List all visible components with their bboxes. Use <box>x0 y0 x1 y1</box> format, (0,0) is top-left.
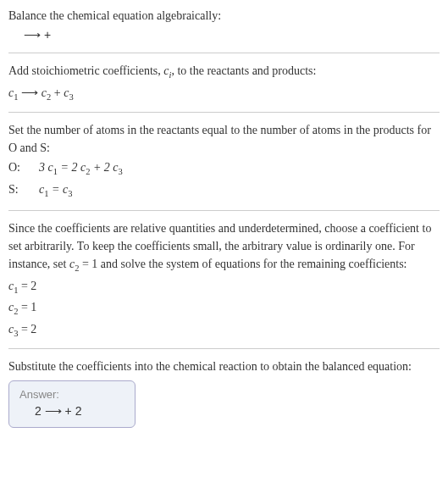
section-atoms: Set the number of atoms in the reactants… <box>8 121 440 202</box>
atoms-intro: Set the number of atoms in the reactants… <box>8 121 440 157</box>
atoms-equations: O: 3 c1 = 2 c2 + 2 c3 S: c1 = c3 <box>8 158 123 202</box>
arrow: ⟶ <box>21 86 41 99</box>
divider <box>8 53 440 53</box>
reaction-text: ⟶ + <box>24 28 51 42</box>
eqO-s3: 3 <box>119 167 123 176</box>
label-S: S: <box>8 180 39 198</box>
eqO-b: = 2 c <box>58 161 86 174</box>
eq1-b: = 2 <box>18 280 36 292</box>
solve-eq3: c3 = 2 <box>8 320 440 341</box>
row-S: S: c1 = c3 <box>8 180 123 201</box>
coeff-intro-a: Add stoichiometric coefficients, <box>8 64 163 77</box>
section-balance: Balance the chemical equation algebraica… <box>8 7 440 44</box>
eqS-s3: 3 <box>68 188 72 197</box>
section-solve: Since the coefficients are relative quan… <box>8 219 440 340</box>
section-coefficients: Add stoichiometric coefficients, ci, to … <box>8 62 440 103</box>
eq3-b: = 2 <box>18 323 36 336</box>
coeff-intro-b: , to the reactants and products: <box>171 64 316 77</box>
answer-label: Answer: <box>19 388 124 401</box>
eqS-b: = c <box>48 183 68 196</box>
solve-eq1: c1 = 2 <box>8 277 440 297</box>
label-O: O: <box>8 158 39 176</box>
divider <box>8 210 440 211</box>
solve-text-b: = 1 and solve the system of equations fo… <box>79 258 407 270</box>
answer-equation: 2 ⟶ + 2 <box>19 404 124 419</box>
plus: + <box>51 86 64 99</box>
eqO-c: + 2 c <box>90 161 118 174</box>
answer-eq-text: 2 ⟶ + 2 <box>35 404 81 418</box>
coeff-intro: Add stoichiometric coefficients, ci, to … <box>8 62 440 82</box>
coeff-reaction: c1 ⟶ c2 + c3 <box>8 84 440 104</box>
balance-reaction: ⟶ + <box>8 26 440 44</box>
solve-eq2: c2 = 1 <box>8 298 440 319</box>
c3-sub: 3 <box>69 92 73 101</box>
divider <box>8 112 440 113</box>
answer-box: Answer: 2 ⟶ + 2 <box>8 380 136 428</box>
eqO-a: 3 c <box>39 161 53 174</box>
balance-title: Balance the chemical equation algebraica… <box>8 7 440 25</box>
section-answer: Substitute the coefficients into the che… <box>8 358 440 428</box>
eq2-b: = 1 <box>18 301 36 313</box>
eq-O: 3 c1 = 2 c2 + 2 c3 <box>39 158 123 179</box>
answer-intro: Substitute the coefficients into the che… <box>8 358 440 375</box>
eq-S: c1 = c3 <box>39 180 72 201</box>
divider <box>8 348 440 349</box>
solve-text: Since the coefficients are relative quan… <box>8 219 440 275</box>
row-O: O: 3 c1 = 2 c2 + 2 c3 <box>8 158 123 179</box>
